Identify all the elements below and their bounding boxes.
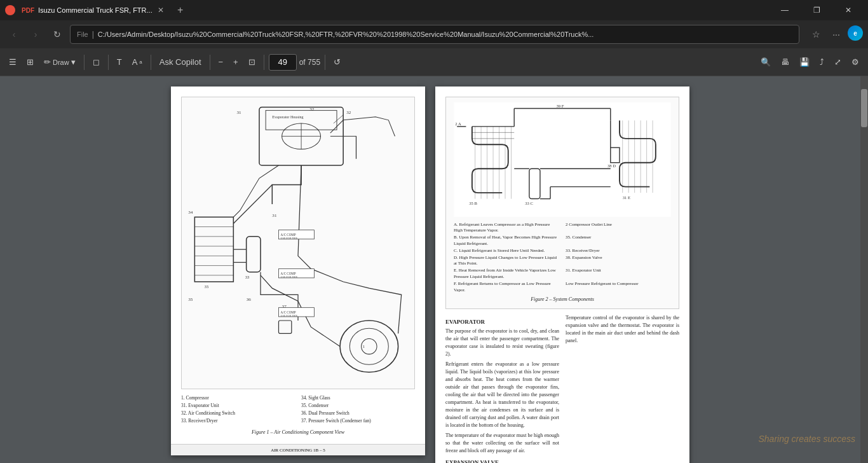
svg-rect-41 (454, 102, 670, 217)
right-page-content: 35 B (435, 86, 689, 463)
svg-text:33: 33 (245, 275, 250, 279)
ac-component-diagram: Evaporator Housing 32 (182, 97, 414, 389)
favorites-icon[interactable]: ☆ (807, 25, 825, 43)
left-page-content: Evaporator Housing 32 (171, 86, 425, 446)
more-icon[interactable]: ··· (827, 25, 845, 43)
text-icon: T (117, 57, 122, 67)
text-button[interactable]: T (113, 52, 126, 73)
scroll-thumb[interactable] (861, 89, 867, 127)
page-number-input[interactable] (269, 54, 297, 71)
legend-item-36: 36. Dual Pressure Switch (301, 410, 415, 417)
address-bar: ‹ › ↻ File | C:/Users/Admin/Desktop/Isuz… (0, 20, 868, 48)
forward-button[interactable]: › (27, 25, 44, 43)
print-button[interactable]: 🖶 (777, 52, 793, 73)
window-controls: — ❐ ✕ (770, 0, 863, 20)
address-input[interactable]: File | C:/Users/Admin/Desktop/Isuzu%20Co… (70, 25, 799, 44)
figure2-caption: Figure 2 – System Components (451, 296, 674, 303)
legend-item-35: 35. Condenser (301, 402, 415, 410)
svg-text:2 A: 2 A (455, 121, 461, 126)
page-input-group: of 755 (269, 54, 320, 71)
address-icons: ☆ ··· e (807, 25, 863, 43)
right-col-text: Temperature control of the evaporator is… (566, 314, 679, 345)
parts-legend: 1. Compressor 31. Evaporator Unit 32. Ai… (181, 394, 415, 425)
share-button[interactable]: ⤴ (816, 52, 828, 73)
svg-text:32: 32 (346, 110, 351, 115)
separator-2 (108, 55, 109, 70)
minimize-button[interactable]: — (770, 0, 799, 20)
left-footer-text: AIR CONDITIONING 1B – 5 (271, 448, 325, 453)
fig2-part-38: 38. Expansion Valve (566, 255, 671, 268)
zoom-out-button[interactable]: − (215, 52, 227, 73)
settings-button[interactable]: ⚙ (848, 52, 863, 73)
print-icon: 🖶 (781, 57, 789, 67)
pdf-icon: PDF (22, 7, 34, 14)
svg-text:USE FOR THIS: USE FOR THIS (281, 237, 297, 240)
svg-text:35: 35 (205, 284, 209, 289)
copilot-button[interactable]: Ask Copilot (156, 52, 205, 73)
svg-text:33 C: 33 C (525, 201, 533, 205)
erase-icon: ◻ (93, 57, 100, 67)
search-button[interactable]: 🔍 (757, 52, 775, 73)
pdf-viewer[interactable]: Evaporator Housing 32 (0, 76, 860, 463)
page-total: of 755 (299, 58, 320, 67)
svg-text:31: 31 (236, 110, 241, 115)
close-button[interactable]: ✕ (834, 0, 863, 20)
title-bar: PDF Isuzu Commercial Truck FSR, FTR... ✕… (0, 0, 868, 20)
annotation-icon: ✏ (44, 57, 51, 67)
address-url: C:/Users/Admin/Desktop/Isuzu%20Commercia… (98, 31, 594, 38)
tab-bar: PDF Isuzu Commercial Truck FSR, FTR... ✕… (15, 0, 770, 20)
right-column: Temperature control of the evaporator is… (566, 314, 679, 463)
fullscreen-button[interactable]: ⤢ (831, 52, 845, 73)
tab-close-button[interactable]: ✕ (156, 6, 165, 15)
copilot-label: Ask Copilot (159, 57, 201, 67)
save-button[interactable]: 💾 (796, 52, 813, 73)
separator-5 (264, 55, 264, 70)
legend-item-1: 1. Compressor (181, 394, 295, 402)
active-tab[interactable]: PDF Isuzu Commercial Truck FSR, FTR... ✕ (15, 1, 172, 19)
expansion-title: EXPANSION VALVE (445, 459, 559, 463)
fig2-label-d: D. High Pressure Liquid Changes to Low P… (454, 255, 559, 268)
main-content: Evaporator Housing 32 (0, 76, 868, 463)
erase-button[interactable]: ◻ (89, 52, 104, 73)
back-button[interactable]: ‹ (5, 25, 23, 43)
separator-1 (84, 55, 85, 70)
separator-6 (325, 55, 325, 70)
svg-text:34: 34 (188, 210, 193, 215)
rotate-button[interactable]: ↺ (330, 52, 344, 73)
annotation-dropdown[interactable]: ✏ Draw ▾ (40, 52, 79, 73)
separator-3 (151, 55, 151, 70)
font-sub-icon: a (139, 59, 142, 65)
svg-text:Evaporator Housing: Evaporator Housing (272, 115, 303, 119)
new-tab-button[interactable]: + (173, 3, 188, 18)
legend-item-32: 32. Air Conditioning Switch (181, 410, 295, 417)
evaporator-title: EVAPORATOR (445, 318, 559, 326)
left-diagram: Evaporator Housing 32 (181, 97, 415, 389)
fit-page-button[interactable]: ⊡ (245, 52, 259, 73)
fig2-part-35: 35. Condenser (566, 235, 671, 247)
legend-item-31: 31. Evaporator Unit (181, 402, 295, 410)
thumbnail-button[interactable]: ⊞ (23, 52, 37, 73)
left-column: EVAPORATOR The purpose of the evaporator… (445, 314, 559, 463)
thumbnail-icon: ⊞ (27, 57, 34, 67)
svg-rect-39 (279, 321, 292, 333)
svg-text:38 D: 38 D (607, 163, 616, 168)
scrollbar[interactable] (860, 76, 868, 463)
maximize-button[interactable]: ❐ (802, 0, 831, 20)
right-text-content: EVAPORATOR The purpose of the evaporator… (445, 314, 679, 463)
svg-text:31 E: 31 E (623, 195, 630, 200)
fig2-label-f: F. Refrigerant Returns to Compressor as … (454, 281, 559, 294)
refresh-button[interactable]: ↻ (48, 25, 66, 43)
zoom-in-button[interactable]: + (229, 52, 242, 73)
svg-text:32: 32 (309, 107, 315, 112)
fig2-part-2: 2 Compressor Outlet Line (566, 222, 671, 235)
fig2-part-31: 31. Evaporator Unit (566, 268, 671, 280)
fig2-label-e: E. Heat Removed from Air Inside Vehicle … (454, 268, 559, 280)
font-button[interactable]: A a (128, 52, 146, 73)
left-page-footer: AIR CONDITIONING 1B – 5 (171, 444, 425, 455)
figure2-box: 35 B (445, 97, 679, 309)
svg-rect-19 (247, 237, 261, 272)
svg-text:36: 36 (247, 298, 252, 303)
window-icon (5, 5, 15, 15)
panel-toggle-button[interactable]: ☰ (5, 52, 20, 73)
pdf-toolbar: ☰ ⊞ ✏ Draw ▾ ◻ T A a Ask Copilot − + ⊡ o… (0, 48, 868, 76)
